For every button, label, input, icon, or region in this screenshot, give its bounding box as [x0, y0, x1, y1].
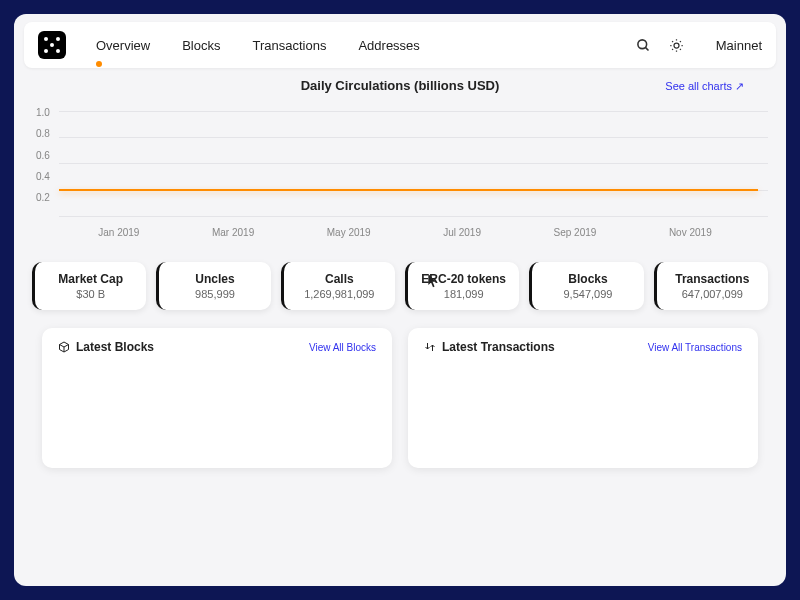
logo[interactable] [38, 31, 66, 59]
svg-point-2 [674, 43, 679, 48]
nav-item-transactions[interactable]: Transactions [252, 38, 326, 53]
nav-right: Mainnet [636, 38, 762, 53]
panel-header: Latest Blocks View All Blocks [58, 340, 376, 354]
x-tick: Jan 2019 [98, 227, 139, 238]
stat-label: Uncles [171, 272, 258, 286]
stat-card-uncles[interactable]: Uncles 985,999 [156, 262, 270, 310]
stat-value: 985,999 [171, 288, 258, 300]
y-tick: 0.4 [36, 171, 50, 182]
svg-point-0 [638, 39, 647, 48]
chart-plot[interactable] [58, 101, 768, 221]
chart-title: Daily Circulations (billions USD) [301, 78, 500, 93]
svg-line-10 [680, 41, 681, 42]
stat-card-calls[interactable]: Calls 1,269,981,099 [281, 262, 395, 310]
chart-data-line [59, 189, 758, 191]
svg-line-8 [680, 48, 681, 49]
nav-item-addresses[interactable]: Addresses [358, 38, 419, 53]
nav-items: Overview Blocks Transactions Addresses [96, 38, 636, 53]
stat-label: Market Cap [47, 272, 134, 286]
stat-label: Blocks [544, 272, 631, 286]
stat-card-blocks[interactable]: Blocks 9,547,099 [529, 262, 643, 310]
panels-row: Latest Blocks View All Blocks Latest Tra… [14, 310, 786, 468]
stat-card-transactions[interactable]: Transactions 647,007,099 [654, 262, 768, 310]
x-tick: Mar 2019 [212, 227, 254, 238]
network-selector[interactable]: Mainnet [716, 38, 762, 53]
y-tick: 0.8 [36, 128, 50, 139]
stat-card-erc20[interactable]: ERC-20 tokens 181,099 [405, 262, 519, 310]
chart-area: 1.0 0.8 0.6 0.4 0.2 [32, 101, 768, 221]
stat-card-market-cap[interactable]: Market Cap $30 B [32, 262, 146, 310]
x-tick: Jul 2019 [443, 227, 481, 238]
grid-line [59, 111, 768, 112]
y-tick: 1.0 [36, 107, 50, 118]
nav-item-overview[interactable]: Overview [96, 38, 150, 53]
svg-line-9 [672, 48, 673, 49]
y-tick: 0.6 [36, 150, 50, 161]
stat-value: 181,099 [420, 288, 507, 300]
grid-line [59, 137, 768, 138]
see-all-charts-link[interactable]: See all charts ↗ [665, 80, 744, 93]
panel-title: Latest Blocks [76, 340, 154, 354]
chart-header: Daily Circulations (billions USD) See al… [32, 78, 768, 93]
view-all-blocks-link[interactable]: View All Blocks [309, 342, 376, 353]
y-tick: 0.2 [36, 192, 50, 203]
svg-line-7 [672, 41, 673, 42]
top-nav: Overview Blocks Transactions Addresses M… [24, 22, 776, 68]
chart-y-axis: 1.0 0.8 0.6 0.4 0.2 [32, 101, 58, 221]
panel-header: Latest Transactions View All Transaction… [424, 340, 742, 354]
search-icon[interactable] [636, 38, 651, 53]
stats-row: Market Cap $30 B Uncles 985,999 Calls 1,… [14, 238, 786, 310]
nav-item-blocks[interactable]: Blocks [182, 38, 220, 53]
cursor-icon [428, 274, 438, 288]
chart-section: Daily Circulations (billions USD) See al… [14, 68, 786, 238]
theme-toggle-icon[interactable] [669, 38, 684, 53]
panel-title: Latest Transactions [442, 340, 555, 354]
chart-x-axis: Jan 2019 Mar 2019 May 2019 Jul 2019 Sep … [32, 221, 768, 238]
grid-line [59, 163, 768, 164]
stat-label: Transactions [669, 272, 756, 286]
dice-icon [44, 37, 60, 53]
x-tick: Sep 2019 [554, 227, 597, 238]
stat-value: 647,007,099 [669, 288, 756, 300]
stat-value: $30 B [47, 288, 134, 300]
cube-icon [58, 341, 70, 353]
app-container: Overview Blocks Transactions Addresses M… [14, 14, 786, 586]
stat-value: 9,547,099 [544, 288, 631, 300]
svg-line-1 [645, 47, 648, 50]
stat-value: 1,269,981,099 [296, 288, 383, 300]
panel-latest-blocks: Latest Blocks View All Blocks [42, 328, 392, 468]
stat-label: Calls [296, 272, 383, 286]
x-tick: Nov 2019 [669, 227, 712, 238]
panel-latest-transactions: Latest Transactions View All Transaction… [408, 328, 758, 468]
x-tick: May 2019 [327, 227, 371, 238]
view-all-transactions-link[interactable]: View All Transactions [648, 342, 742, 353]
transfer-icon [424, 341, 436, 353]
grid-line [59, 216, 768, 217]
